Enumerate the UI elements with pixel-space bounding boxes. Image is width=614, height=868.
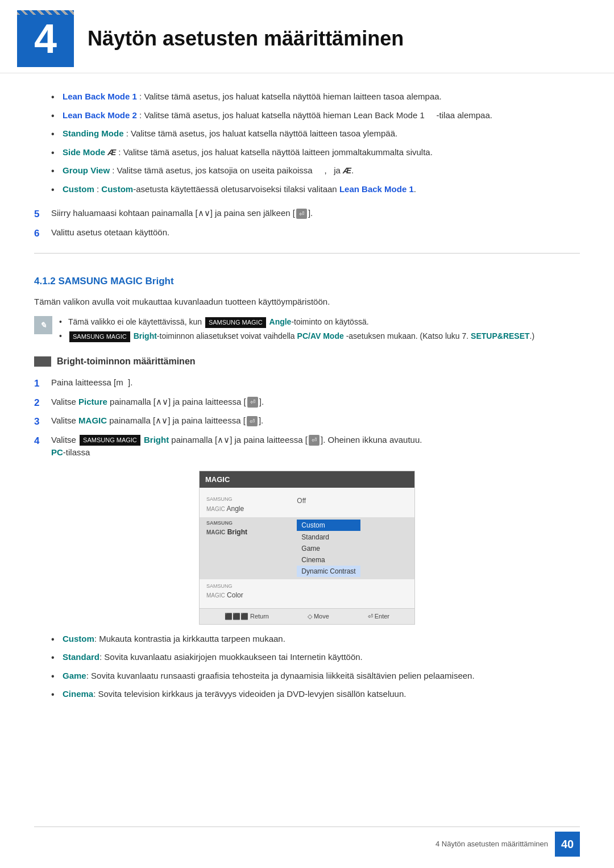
menu-option-game: Game (297, 543, 360, 554)
bar-rect (34, 356, 51, 367)
menu-value-angle: Off (297, 496, 306, 506)
chapter-number: 4 (17, 10, 74, 67)
menu-screenshot: MAGIC SAMSUNG MAGIC Angle Off SAMSUNG MA… (199, 471, 415, 625)
main-content: Lean Back Mode 1 : Valitse tämä asetus, … (0, 90, 614, 735)
list-item: Side Mode Æ : Valitse tämä asetus, jos h… (51, 146, 580, 159)
term-side: Side Mode (63, 147, 105, 157)
page-footer: 4 Näytön asetusten määrittäminen 40 (34, 827, 580, 857)
pc-mode-label: PC (51, 447, 63, 457)
menu-option-standard: Standard (297, 531, 360, 543)
bright-bullet-custom: Custom: Mukauta kontrastia ja kirkkautta… (51, 633, 580, 646)
menu-footer: ⬛⬛⬛ Return ◇ Move ⏎ Enter (200, 608, 414, 624)
note-content: Tämä valikko ei ole käytettävissä, kun S… (59, 316, 534, 344)
enter-icon-4: ⏎ (309, 435, 320, 446)
samsung-magic-badge-3: SAMSUNG MAGIC (80, 435, 140, 446)
intro-bullet-list: Lean Back Mode 1 : Valitse tämä asetus, … (34, 90, 580, 196)
bright-bullet-standard: Standard: Sovita kuvanlaatu asiakirjojen… (51, 651, 580, 664)
note-icon: ✎ (34, 316, 52, 334)
term-lean-back-2: Lean Back Mode 2 (63, 110, 137, 120)
list-item: Lean Back Mode 2 : Valitse tämä asetus, … (51, 109, 580, 122)
list-item: Custom : Custom-asetusta käytettäessä ol… (51, 183, 580, 196)
list-item: Lean Back Mode 1 : Valitse tämä asetus, … (51, 90, 580, 103)
menu-option-custom: Custom (297, 520, 360, 531)
menu-row-angle: SAMSUNG MAGIC Angle Off (200, 492, 414, 517)
term-pcav: PC/AV Mode (297, 331, 344, 340)
steps-56: 5 Siirry haluamaasi kohtaan painamalla [… (34, 207, 580, 240)
footer-move: ◇ Move (308, 612, 329, 621)
enter-icon-3: ⏎ (247, 416, 258, 427)
footer-return: ⬛⬛⬛ Return (225, 612, 269, 621)
term-setup: SETUP&RESET (471, 331, 529, 340)
bright-bullet-cinema: Cinema: Sovita television kirkkaus ja te… (51, 688, 580, 701)
term-custom: Custom (63, 184, 94, 194)
bright-step-3: 3 Valitse MAGIC painamalla [∧∨] ja paina… (34, 414, 580, 429)
menu-label-color: SAMSUNG MAGIC Color (206, 583, 297, 601)
enter-icon: ⏎ (296, 209, 307, 219)
term-bright-step: Bright (144, 435, 169, 445)
note-block: ✎ Tämä valikko ei ole käytettävissä, kun… (34, 316, 580, 344)
term-lean-back-1: Lean Back Mode 1 (63, 92, 137, 101)
menu-label-angle: SAMSUNG MAGIC Angle (206, 496, 297, 514)
footer-enter: ⏎ Enter (368, 612, 389, 621)
bright-step-1: 1 Paina laitteessa [m ]. (34, 376, 580, 391)
samsung-magic-badge-2: SAMSUNG MAGIC (69, 331, 130, 342)
bright-step-4: 4 Valitse SAMSUNG MAGIC Bright painamall… (34, 434, 580, 459)
menu-options: Custom Standard Game Cinema Dynamic Cont… (297, 520, 360, 577)
term-group: Group View (63, 165, 110, 175)
section-412-heading: 4.1.2 SAMSUNG MAGIC Bright (34, 274, 580, 289)
footer-text: 4 Näytön asetusten määrittäminen (435, 838, 548, 850)
bright-subsection-bar: Bright-toiminnon määrittäminen (34, 355, 580, 368)
bright-step-2: 2 Valitse Picture painamalla [∧∨] ja pai… (34, 396, 580, 410)
bright-bullet-list: Custom: Mukauta kontrastia ja kirkkautta… (34, 633, 580, 701)
term-standing: Standing Mode (63, 128, 124, 138)
step-5: 5 Siirry haluamaasi kohtaan painamalla [… (34, 207, 580, 222)
note-item-2: SAMSUNG MAGIC Bright-toiminnon aliasetuk… (59, 330, 534, 342)
menu-option-dynamic: Dynamic Contrast (297, 566, 360, 577)
menu-row-color: SAMSUNG MAGIC Color (200, 579, 414, 604)
page-header: 4 Näytön asetusten määrittäminen (0, 0, 614, 73)
bright-bar-title: Bright-toiminnon määrittäminen (57, 355, 196, 368)
enter-icon-2: ⏎ (247, 397, 258, 408)
menu-option-cinema: Cinema (297, 554, 360, 566)
menu-body: SAMSUNG MAGIC Angle Off SAMSUNG MAGIC Br… (200, 488, 414, 608)
list-item: Group View : Valitse tämä asetus, jos ka… (51, 164, 580, 177)
section-412-desc: Tämän valikon avulla voit mukauttaa kuva… (34, 296, 580, 309)
samsung-magic-badge: SAMSUNG MAGIC (205, 317, 266, 328)
term-bright-note: Bright (134, 331, 157, 340)
term-picture: Picture (78, 397, 107, 406)
note-item-1: Tämä valikko ei ole käytettävissä, kun S… (59, 316, 534, 328)
page-title: Näytön asetusten määrittäminen (88, 23, 404, 54)
menu-row-bright: SAMSUNG MAGIC Bright Custom Standard Gam… (200, 517, 414, 579)
menu-title-bar: MAGIC (200, 471, 414, 488)
bright-bullet-game: Game: Sovita kuvanlaatu runsaasti graafi… (51, 670, 580, 683)
term-angle: Angle (269, 317, 292, 326)
menu-label-bright: SAMSUNG MAGIC Bright (206, 520, 297, 538)
divider (34, 253, 580, 254)
bright-steps: 1 Paina laitteessa [m ]. 2 Valitse Pictu… (34, 376, 580, 459)
list-item: Standing Mode : Valitse tämä asetus, jos… (51, 127, 580, 140)
footer-page-num: 40 (555, 832, 580, 857)
note-list: Tämä valikko ei ole käytettävissä, kun S… (59, 316, 534, 342)
term-magic: MAGIC (78, 416, 107, 425)
chapter-number-text: 4 (34, 8, 57, 69)
step-6: 6 Valittu asetus otetaan käyttöön. (34, 226, 580, 241)
